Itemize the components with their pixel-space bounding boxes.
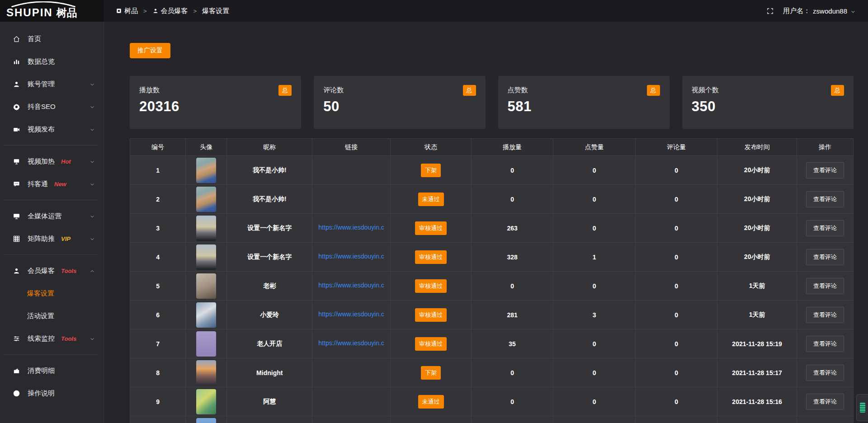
- cell-likes: [553, 416, 635, 423]
- sidebar-subitem-baoke-settings[interactable]: 爆客设置: [0, 282, 104, 305]
- user-icon: [13, 80, 20, 88]
- cell-plays: 328: [472, 243, 553, 272]
- cell-link: [312, 358, 391, 387]
- sidebar-item-video-heat[interactable]: 视频加热Hot: [0, 150, 104, 173]
- cell-status: 审核通过: [390, 329, 471, 358]
- sidebar-item-douketong[interactable]: 抖客通New: [0, 173, 104, 195]
- breadcrumb-shupin[interactable]: 树品: [116, 7, 138, 15]
- video-link[interactable]: https://www.iesdouyin.c: [318, 224, 384, 231]
- sidebar-item-media-operation[interactable]: 全媒体运营: [0, 205, 104, 227]
- sliders-icon: [13, 335, 20, 343]
- cell-avatar: [186, 214, 227, 243]
- breadcrumb-member-baoke[interactable]: 会员爆客: [152, 7, 188, 15]
- sidebar-item-member-baoke[interactable]: 会员爆客Tools: [0, 259, 104, 282]
- view-comments-button[interactable]: 查看评论: [806, 365, 844, 381]
- floating-widget[interactable]: [856, 394, 868, 421]
- sidebar-item-label: 首页: [28, 35, 41, 43]
- sidebar-item-label: 抖客通: [28, 180, 48, 188]
- view-comments-button[interactable]: 查看评论: [806, 278, 844, 294]
- sidebar-item-matrix-boost[interactable]: 矩阵助推VIP: [0, 227, 104, 250]
- cell-comments: 0: [636, 243, 717, 272]
- column-header: 点赞量: [553, 139, 635, 156]
- fullscreen-icon[interactable]: [766, 7, 774, 15]
- logo-text: SHUPIN 树品: [6, 7, 104, 18]
- sidebar-subitem-activity-settings[interactable]: 活动设置: [0, 305, 104, 327]
- status-badge: 审核通过: [415, 279, 447, 293]
- status-badge: 下架: [421, 366, 441, 380]
- cell-likes: 3: [553, 301, 635, 329]
- sidebar-item-video-publish[interactable]: 视频发布: [0, 118, 104, 141]
- avatar: [196, 331, 216, 357]
- view-comments-button[interactable]: 查看评论: [806, 162, 844, 179]
- sidebar-item-clue-monitor[interactable]: 线索监控Tools: [0, 327, 104, 350]
- breadcrumb-separator: >: [143, 8, 147, 14]
- view-comments-button[interactable]: 查看评论: [806, 249, 844, 265]
- view-comments-button[interactable]: 查看评论: [806, 394, 844, 410]
- stat-value: 350: [692, 99, 844, 115]
- cell-id: 1: [130, 156, 186, 185]
- sidebar-item-tag: Tools: [61, 335, 76, 342]
- sidebar-item-label: 视频发布: [28, 125, 55, 134]
- cell-link: https://www.iesdouyin.c: [312, 214, 391, 243]
- sidebar-item-operation-guide[interactable]: ?操作说明: [0, 382, 104, 404]
- member-icon: [13, 267, 20, 275]
- view-comments-button[interactable]: 查看评论: [806, 336, 844, 352]
- sidebar-item-label: 会员爆客: [28, 267, 55, 275]
- cell-avatar: [186, 301, 227, 329]
- table-row: 3设置一个新名字https://www.iesdouyin.c审核通过26300…: [130, 214, 854, 243]
- view-comments-button[interactable]: 查看评论: [806, 307, 844, 323]
- cell-likes: 0: [553, 156, 635, 185]
- view-comments-button[interactable]: 查看评论: [806, 191, 844, 207]
- sidebar-item-consume-detail[interactable]: 消费明细: [0, 359, 104, 382]
- video-link[interactable]: https://www.iesdouyin.c: [318, 339, 384, 347]
- sidebar-divider: [4, 200, 98, 200]
- topbar-right: 用户名：zswodun88: [766, 7, 868, 15]
- video-link[interactable]: https://www.iesdouyin.c: [318, 310, 384, 318]
- sidebar-item-data-overview[interactable]: 数据总览: [0, 50, 104, 73]
- sidebar-item-account-management[interactable]: 账号管理: [0, 73, 104, 95]
- cell-plays: 0: [472, 387, 553, 416]
- logo[interactable]: SHUPIN 树品: [0, 0, 104, 22]
- promo-settings-button[interactable]: 推广设置: [130, 43, 170, 58]
- sidebar-item-label: 数据总览: [28, 57, 55, 66]
- cell-link: [312, 185, 391, 214]
- cell-link: https://www.iesdouyin.c: [312, 329, 391, 358]
- sidebar-item-douyin-seo[interactable]: 抖音SEO: [0, 95, 104, 118]
- column-header: 操作: [797, 139, 854, 156]
- cell-nickname: [227, 416, 312, 423]
- cell-avatar: [186, 243, 227, 272]
- breadcrumb-baoke-settings[interactable]: 爆客设置: [202, 7, 229, 15]
- cell-comments: [636, 416, 717, 423]
- cell-actions: 查看评论: [797, 214, 854, 243]
- sidebar: 首页数据总览账号管理抖音SEO视频发布视频加热Hot抖客通New全媒体运营矩阵助…: [0, 22, 104, 423]
- cell-time: 20小时前: [717, 243, 797, 272]
- cell-comments: 0: [636, 387, 717, 416]
- cell-time: 1天前: [717, 301, 797, 329]
- column-header: 评论量: [636, 139, 717, 156]
- cell-likes: 0: [553, 214, 635, 243]
- sidebar-item-home[interactable]: 首页: [0, 28, 104, 50]
- cell-actions: 查看评论: [797, 272, 854, 301]
- cell-time: 2021-11-28 15:16: [717, 387, 797, 416]
- column-header: 播放量: [472, 139, 553, 156]
- cell-status: 审核通过: [390, 214, 471, 243]
- status-badge: 审核通过: [415, 250, 447, 264]
- status-badge: 下架: [421, 164, 441, 177]
- sidebar-item-label: 账号管理: [28, 80, 55, 89]
- cell-time: 2021-11-28 15:19: [717, 329, 797, 358]
- cell-id: 7: [130, 329, 186, 358]
- video-link[interactable]: https://www.iesdouyin.c: [318, 282, 384, 289]
- cell-actions: 查看评论: [797, 185, 854, 214]
- sidebar-divider: [4, 354, 98, 355]
- video-link[interactable]: https://www.iesdouyin.c: [318, 253, 384, 260]
- fullscreen-icon: [766, 7, 774, 15]
- avatar: [196, 389, 216, 414]
- cell-plays: 0: [472, 358, 553, 387]
- avatar: [196, 418, 216, 423]
- cell-actions: 查看评论: [797, 358, 854, 387]
- cell-avatar: [186, 156, 227, 185]
- user-menu[interactable]: 用户名：zswodun88: [783, 7, 856, 15]
- view-comments-button[interactable]: 查看评论: [806, 220, 844, 236]
- cell-plays: 281: [472, 301, 553, 329]
- chevron-down-icon: [850, 7, 856, 14]
